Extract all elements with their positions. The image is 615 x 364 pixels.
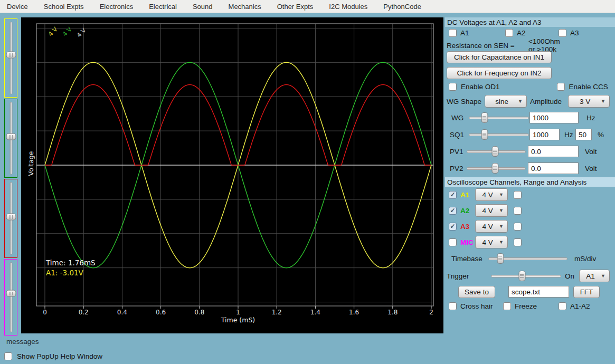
channel-analysis-checkbox-a3[interactable]	[514, 223, 522, 231]
channel-label-a3: A3	[460, 223, 475, 231]
channel-range-value: 4 V	[479, 191, 496, 199]
dc-voltages-header: DC Voltages at A1, A2 and A3	[445, 17, 615, 27]
fft-button[interactable]: FFT	[573, 286, 600, 298]
wg-slider[interactable]	[469, 112, 529, 123]
analysis-check-cross-hair: Cross hair	[449, 302, 493, 310]
checkbox-cross-hair[interactable]	[449, 302, 457, 310]
timebase-slider[interactable]	[488, 253, 567, 264]
sq1-frequency-input[interactable]: 1000	[529, 129, 560, 140]
channel-label-a1: A1	[460, 191, 475, 199]
save-to-button[interactable]: Save to	[458, 286, 495, 298]
wg-shape-label: WG Shape	[447, 98, 481, 106]
gain-slider-handle-a3[interactable]	[6, 214, 16, 221]
slider-track[interactable]	[469, 117, 529, 119]
menu-bar: DeviceSchool ExptsElectronicsElectricalS…	[0, 0, 615, 13]
x-tick-label: 1.4	[310, 309, 320, 316]
menu-item-i2c-modules[interactable]: I2C Modules	[329, 3, 367, 11]
pv2-slider[interactable]	[467, 163, 526, 174]
menu-item-school-expts[interactable]: School Expts	[44, 3, 84, 11]
wg-shape-dropdown[interactable]: sine ▼	[485, 95, 527, 108]
channel-checkbox-a1[interactable]: ✓	[449, 191, 457, 199]
check-icon: ✓	[450, 207, 455, 214]
show-popup-help-label: Show PopUp Help Window	[17, 352, 102, 360]
pv2-voltage-input[interactable]: 0.0	[528, 162, 579, 174]
pv1-voltage-input[interactable]: 0.0	[528, 146, 579, 157]
dc-checkbox-a2[interactable]	[505, 29, 513, 37]
gain-slider-handle-a1[interactable]	[6, 52, 16, 59]
checkbox-freeze[interactable]	[503, 302, 511, 310]
menu-item-electrical[interactable]: Electrical	[149, 3, 177, 11]
show-popup-help-checkbox[interactable]	[4, 352, 12, 360]
channel-analysis-checkbox-mic[interactable]	[514, 238, 522, 246]
slider-track[interactable]	[491, 275, 561, 277]
x-tick-label: 0.2	[79, 309, 89, 316]
dc-check-a3: A3	[559, 29, 579, 37]
enable-od1-checkbox[interactable]	[449, 83, 457, 91]
x-axis-label: Time (mS)	[221, 316, 255, 324]
enable-ccs-checkbox[interactable]	[557, 83, 565, 91]
channel-range-dropdown-a3[interactable]: 4 V▼	[475, 220, 508, 233]
enable-ccs-label: Enable CCS	[569, 83, 608, 91]
channel-analysis-checkbox-a2[interactable]	[514, 207, 522, 215]
channel-range-dropdown-a2[interactable]: 4 V▼	[475, 204, 508, 217]
analysis-check-freeze: Freeze	[503, 302, 537, 310]
menu-item-mechanics[interactable]: Mechanics	[229, 3, 261, 11]
trigger-source-value: A1	[583, 272, 598, 280]
slider-handle[interactable]	[481, 129, 488, 140]
chevron-down-icon: ▼	[499, 224, 504, 229]
dc-checkbox-a1[interactable]	[449, 29, 457, 37]
channel-label-a2: A2	[460, 207, 475, 215]
oscilloscope-plot[interactable]: 4 V4 V4 V Voltage 00.20.40.60.811.21.41.…	[21, 17, 443, 333]
control-panel: DC Voltages at A1, A2 and A3 A1A2A3 Resi…	[445, 17, 615, 314]
sq1-duty-input[interactable]: 50	[575, 129, 592, 140]
x-tick-label: 1.2	[272, 309, 282, 316]
menu-item-sound[interactable]: Sound	[193, 3, 213, 11]
wg-frequency-input[interactable]: 1000	[529, 112, 579, 123]
channel-checkbox-a3[interactable]: ✓	[449, 223, 457, 231]
wg-shape-row: WG Shape sine ▼ Amplitude 3 V ▼	[447, 95, 481, 108]
oscilloscope-canvas[interactable]	[21, 17, 443, 333]
slider-handle[interactable]	[481, 112, 488, 123]
gain-slider-handle-a2[interactable]	[6, 133, 16, 140]
pv1-row: PV1 0.0 Volt	[445, 145, 615, 158]
trigger-slider[interactable]	[491, 271, 561, 281]
frequency-button[interactable]: Click for Frequency on IN2	[447, 67, 552, 79]
pv1-slider[interactable]	[467, 146, 526, 157]
slider-track[interactable]	[469, 133, 529, 136]
sq1-unit-label: Hz	[564, 131, 573, 139]
channel-range-dropdown-mic[interactable]: 4 V▼	[475, 236, 508, 248]
menu-item-device[interactable]: Device	[7, 3, 28, 11]
channel-checkbox-a2[interactable]: ✓	[449, 207, 457, 215]
x-tick-label: 2	[429, 309, 433, 316]
amplitude-value: 3 V	[572, 98, 598, 106]
a1-voltage-readout: A1: -3.01V	[46, 269, 83, 277]
help-row: Show PopUp Help Window	[4, 352, 102, 360]
channel-range-dropdown-a1[interactable]: 4 V▼	[475, 188, 508, 201]
timebase-label: Timebase	[451, 255, 482, 263]
menu-item-electronics[interactable]: Electronics	[100, 3, 134, 11]
trigger-source-dropdown[interactable]: A1 ▼	[579, 270, 610, 282]
x-tick-label: 1	[236, 309, 240, 316]
sq1-row: SQ1 1000 Hz 50 %	[445, 128, 615, 141]
channel-analysis-checkbox-a1[interactable]	[514, 191, 522, 199]
dc-checkbox-a3[interactable]	[559, 29, 566, 37]
channel-checkbox-mic[interactable]	[449, 238, 457, 246]
channel-row-a2: ✓A24 V▼	[449, 204, 615, 217]
amplitude-label: Amplitude	[530, 98, 562, 106]
menu-item-other-expts[interactable]: Other Expts	[277, 3, 314, 11]
slider-track[interactable]	[10, 262, 12, 332]
capacitance-button[interactable]: Click for Capacitance on IN1	[447, 51, 552, 63]
sq1-slider[interactable]	[469, 129, 529, 140]
x-tick-label: 1.8	[387, 309, 398, 316]
slider-handle[interactable]	[491, 146, 498, 157]
slider-handle[interactable]	[491, 163, 498, 174]
slider-handle[interactable]	[497, 253, 504, 264]
save-filename-input[interactable]: scope.txt	[508, 286, 569, 298]
amplitude-dropdown[interactable]: 3 V ▼	[568, 95, 610, 108]
menu-item-pythoncode[interactable]: PythonCode	[383, 3, 421, 11]
messages-label: messages	[6, 338, 39, 346]
gain-slider-handle-mic[interactable]	[6, 290, 16, 297]
channel-row-a1: ✓A14 V▼	[449, 188, 615, 201]
checkbox-a1-a2[interactable]	[559, 302, 566, 310]
slider-handle[interactable]	[518, 271, 525, 281]
